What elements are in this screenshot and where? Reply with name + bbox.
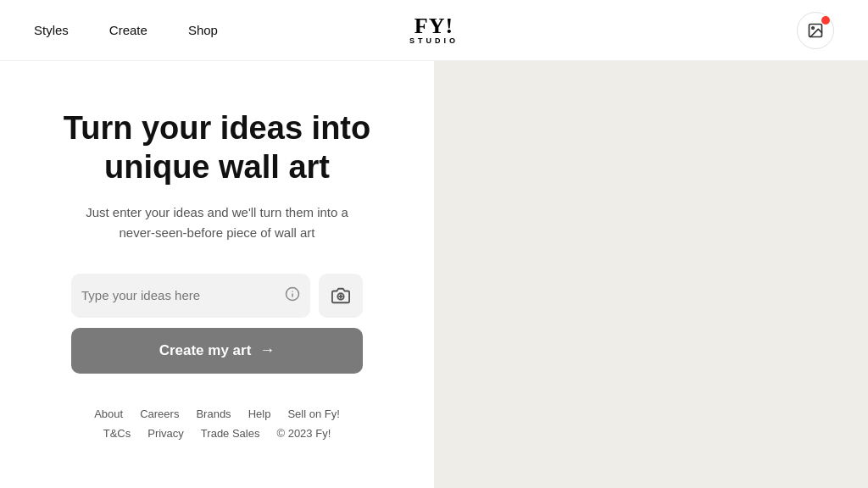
input-row xyxy=(71,274,363,318)
footer-help[interactable]: Help xyxy=(248,408,271,420)
svg-point-1 xyxy=(812,26,815,28)
header: Styles Create Shop FY! STUDIO xyxy=(0,0,868,61)
logo[interactable]: FY! STUDIO xyxy=(409,15,459,45)
header-actions xyxy=(797,12,834,49)
hero-subtitle: Just enter your ideas and we'll turn the… xyxy=(73,202,361,243)
footer-copyright: © 2023 Fy! xyxy=(276,427,331,440)
camera-upload-button[interactable] xyxy=(319,274,363,318)
footer-trade[interactable]: Trade Sales xyxy=(201,427,260,440)
logo-sub-text: STUDIO xyxy=(409,37,459,45)
nav-styles[interactable]: Styles xyxy=(34,23,69,37)
footer-sell[interactable]: Sell on Fy! xyxy=(287,408,339,420)
hero-title-line1: Turn your ideas into xyxy=(64,110,370,146)
create-art-label: Create my art xyxy=(159,342,252,359)
main-nav: Styles Create Shop xyxy=(34,23,218,37)
create-art-button[interactable]: Create my art → xyxy=(71,328,363,374)
footer-row-2: T&Cs Privacy Trade Sales © 2023 Fy! xyxy=(103,427,331,440)
camera-plus-icon xyxy=(331,286,350,305)
hero-title: Turn your ideas into unique wall art xyxy=(64,109,370,186)
footer-brands[interactable]: Brands xyxy=(196,408,231,420)
nav-shop[interactable]: Shop xyxy=(188,23,218,37)
footer-privacy[interactable]: Privacy xyxy=(147,427,184,440)
footer-links: About Careers Brands Help Sell on Fy! T&… xyxy=(94,408,340,440)
logo-main-text: FY! xyxy=(415,14,453,38)
cart-button[interactable] xyxy=(797,12,834,49)
hero-title-line2: unique wall art xyxy=(104,149,330,185)
info-icon[interactable] xyxy=(285,286,300,305)
right-panel-preview xyxy=(434,61,868,488)
footer-careers[interactable]: Careers xyxy=(140,408,179,420)
cart-icon xyxy=(807,22,824,39)
nav-create[interactable]: Create xyxy=(109,23,147,37)
footer-tcs[interactable]: T&Cs xyxy=(103,427,131,440)
left-panel: Turn your ideas into unique wall art Jus… xyxy=(0,61,434,488)
footer-row-1: About Careers Brands Help Sell on Fy! xyxy=(94,408,340,420)
main-layout: Turn your ideas into unique wall art Jus… xyxy=(0,61,868,488)
cart-notification-dot xyxy=(821,16,830,25)
idea-input[interactable] xyxy=(81,288,280,302)
text-input-wrapper xyxy=(71,274,310,318)
create-art-arrow: → xyxy=(259,341,275,359)
footer-about[interactable]: About xyxy=(94,408,123,420)
